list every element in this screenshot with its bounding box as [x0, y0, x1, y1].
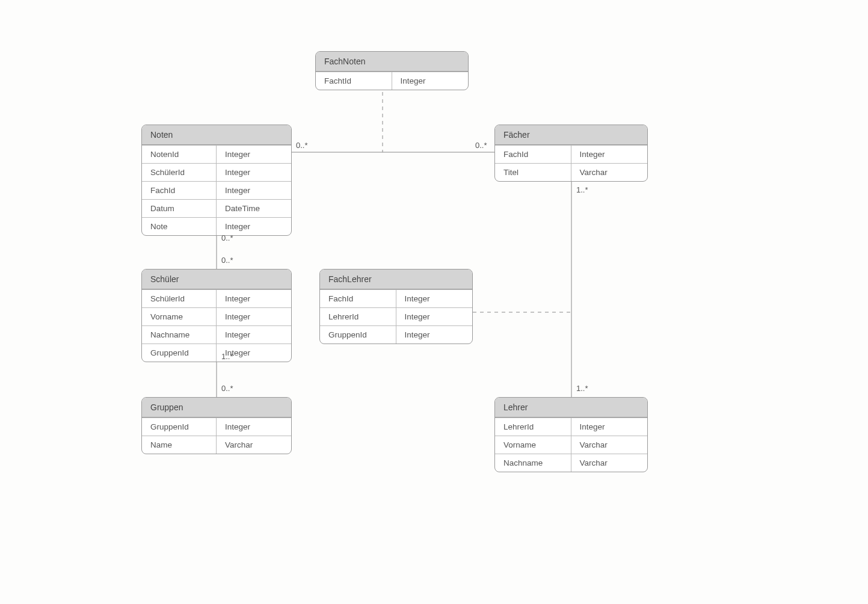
entity-title: Gruppen [142, 398, 291, 418]
attr-name: SchülerId [142, 164, 217, 181]
cardinality-label: 1..* [576, 384, 588, 393]
attr-type: Integer [217, 218, 291, 235]
attr-type: Integer [217, 326, 291, 344]
cardinality-label: 0..* [221, 384, 233, 393]
attr-name: Vorname [495, 436, 571, 454]
attr-row: FachId Integer [142, 181, 291, 199]
entity-faecher: Fächer FachId Integer Titel Varchar [494, 125, 648, 182]
attr-row: NotenId Integer [142, 145, 291, 163]
attr-row: Name Varchar [142, 436, 291, 454]
attr-name: LehrerId [320, 308, 396, 325]
attr-row: SchülerId Integer [142, 163, 291, 181]
attr-name: Nachname [495, 454, 571, 472]
attr-type: DateTime [217, 200, 291, 217]
attr-row: Nachname Integer [142, 325, 291, 344]
attr-type: Varchar [571, 164, 648, 181]
attr-row: Datum DateTime [142, 199, 291, 217]
entity-title: Noten [142, 125, 291, 145]
attr-type: Varchar [571, 436, 648, 454]
attr-type: Integer [396, 290, 473, 307]
attr-row: LehrerId Integer [320, 307, 472, 325]
attr-name: FachId [142, 182, 217, 199]
attr-type: Integer [217, 146, 291, 163]
attr-name: Nachname [142, 326, 217, 344]
attr-name: NotenId [142, 146, 217, 163]
attr-type: Varchar [571, 454, 648, 472]
attr-row: GruppenId Integer [142, 418, 291, 436]
attr-name: GruppenId [320, 326, 396, 344]
entity-gruppen: Gruppen GruppenId Integer Name Varchar [141, 397, 292, 454]
attr-row: LehrerId Integer [495, 418, 647, 436]
attr-name: Vorname [142, 308, 217, 325]
attr-row: FachtId Integer [316, 72, 468, 90]
attr-name: FachId [495, 146, 571, 163]
attr-row: Note Integer [142, 217, 291, 235]
attr-type: Integer [392, 72, 469, 90]
entity-title: FachLehrer [320, 270, 472, 289]
attr-type: Integer [217, 164, 291, 181]
entity-title: FachNoten [316, 52, 468, 72]
cardinality-label: 0..* [475, 141, 487, 150]
entity-title: Fächer [495, 125, 647, 145]
attr-name: Name [142, 436, 217, 454]
attr-row: SchülerId Integer [142, 289, 291, 307]
attr-type: Integer [217, 182, 291, 199]
cardinality-label: 1..* [221, 352, 233, 361]
entity-noten: Noten NotenId Integer SchülerId Integer … [141, 125, 292, 236]
attr-name: FachtId [316, 72, 392, 90]
attr-name: Note [142, 218, 217, 235]
entity-lehrer: Lehrer LehrerId Integer Vorname Varchar … [494, 397, 648, 472]
attr-type: Integer [217, 290, 291, 307]
attr-row: FachId Integer [320, 289, 472, 307]
attr-name: Titel [495, 164, 571, 181]
attr-type: Integer [396, 308, 473, 325]
attr-row: Vorname Integer [142, 307, 291, 325]
attr-row: FachId Integer [495, 145, 647, 163]
cardinality-label: 0..* [221, 233, 233, 242]
attr-name: Datum [142, 200, 217, 217]
cardinality-label: 0..* [221, 256, 233, 265]
attr-row: GruppenId Integer [142, 344, 291, 362]
attr-type: Integer [571, 146, 648, 163]
entity-fachlehrer: FachLehrer FachId Integer LehrerId Integ… [319, 269, 473, 344]
attr-row: GruppenId Integer [320, 325, 472, 344]
attr-type: Integer [217, 308, 291, 325]
entity-schueler: Schüler SchülerId Integer Vorname Intege… [141, 269, 292, 362]
cardinality-label: 0..* [296, 141, 308, 150]
attr-type: Varchar [217, 436, 291, 454]
cardinality-label: 1..* [576, 185, 588, 194]
attr-type: Integer [396, 326, 473, 344]
attr-type: Integer [217, 418, 291, 436]
entity-title: Lehrer [495, 398, 647, 418]
attr-type: Integer [571, 418, 648, 436]
attr-row: Nachname Varchar [495, 454, 647, 472]
entity-fachnoten: FachNoten FachtId Integer [315, 51, 469, 90]
attr-row: Titel Varchar [495, 163, 647, 181]
attr-name: GruppenId [142, 344, 217, 362]
attr-name: SchülerId [142, 290, 217, 307]
attr-name: LehrerId [495, 418, 571, 436]
attr-row: Vorname Varchar [495, 436, 647, 454]
entity-title: Schüler [142, 270, 291, 289]
attr-name: GruppenId [142, 418, 217, 436]
attr-name: FachId [320, 290, 396, 307]
